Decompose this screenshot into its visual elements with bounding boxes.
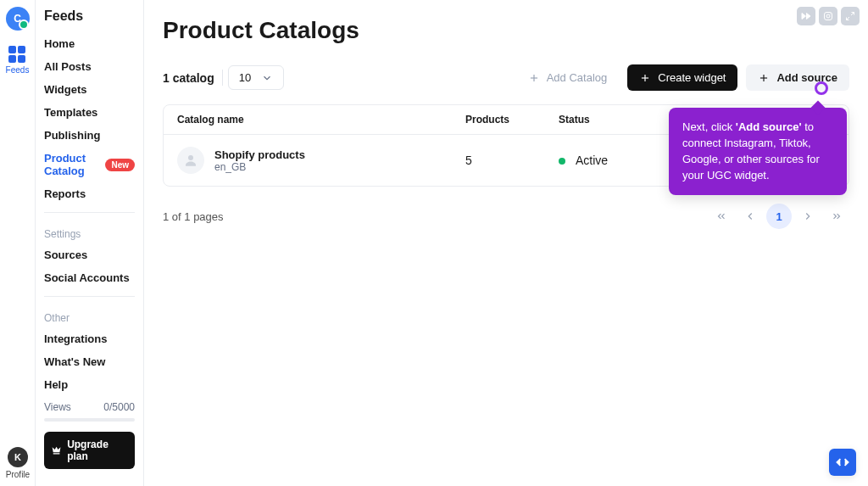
catalog-avatar xyxy=(177,147,204,174)
col-header-status: Status xyxy=(559,114,669,126)
page-size-value: 10 xyxy=(239,71,251,84)
sidebar-item-label: Templates xyxy=(44,106,97,119)
page-first-button[interactable] xyxy=(709,204,734,229)
sidebar-item-whats-new[interactable]: What's New xyxy=(36,350,143,373)
sidebar-item-all-posts[interactable]: All Posts xyxy=(36,55,143,78)
sidebar-item-help[interactable]: Help xyxy=(36,373,143,396)
toolbar: 1 catalog 10 Add Catalog Create widget xyxy=(163,64,849,91)
status-dot-icon xyxy=(559,158,565,165)
status-text: Active xyxy=(576,154,608,167)
add-catalog-button[interactable]: Add Catalog xyxy=(516,64,620,91)
sidebar-item-product-catalog[interactable]: Product Catalog New xyxy=(36,147,143,182)
svg-rect-9 xyxy=(825,13,832,20)
sidebar-item-label: Widgets xyxy=(44,83,86,96)
page-title: Product Catalogs xyxy=(163,17,849,44)
chevron-left-icon xyxy=(744,210,756,222)
views-label: Views xyxy=(44,401,71,413)
svg-point-10 xyxy=(826,14,830,18)
sidebar-item-label: Home xyxy=(44,37,75,50)
plus-icon xyxy=(528,72,540,84)
main-content: Product Catalogs 1 catalog 10 Add Catalo… xyxy=(144,0,868,486)
tooltip-text: Next, click xyxy=(682,120,736,133)
upgrade-plan-button[interactable]: Upgrade plan xyxy=(44,432,135,469)
rail-feeds[interactable]: Feeds xyxy=(6,46,30,75)
plus-icon xyxy=(758,72,770,84)
sidebar-title: Feeds xyxy=(36,8,143,32)
chevron-right-icon xyxy=(802,210,814,222)
rail-feeds-label: Feeds xyxy=(6,65,30,75)
catalog-products: 5 xyxy=(465,154,559,167)
group-settings-label: Settings xyxy=(36,220,143,243)
add-source-button[interactable]: Add source xyxy=(746,64,849,91)
sidebar-item-publishing[interactable]: Publishing xyxy=(36,124,143,147)
create-widget-button[interactable]: Create widget xyxy=(627,64,737,91)
sidebar-item-integrations[interactable]: Integrations xyxy=(36,327,143,350)
code-icon xyxy=(836,455,849,469)
catalog-count: 1 catalog xyxy=(163,71,214,85)
expand-icon xyxy=(845,11,855,21)
tooltip-ring-icon xyxy=(815,81,828,95)
page-size-select[interactable]: 10 xyxy=(228,65,284,90)
page-prev-button[interactable] xyxy=(737,204,763,229)
sidebar-item-label: Integrations xyxy=(44,332,107,345)
plus-icon xyxy=(639,72,651,84)
expand-icon-button[interactable] xyxy=(841,7,860,25)
add-source-label: Add source xyxy=(776,71,837,84)
sidebar-item-label: Help xyxy=(44,378,68,391)
sidebar-item-templates[interactable]: Templates xyxy=(36,101,143,124)
svg-marker-8 xyxy=(802,14,806,20)
pagination: 1 xyxy=(709,204,849,229)
instagram-icon-button[interactable] xyxy=(819,7,837,25)
chevron-down-icon xyxy=(261,72,273,84)
catalog-status: Active xyxy=(559,154,669,167)
pagination-row: 1 of 1 pages 1 xyxy=(163,204,849,229)
views-progress-bar xyxy=(44,418,135,422)
add-catalog-label: Add Catalog xyxy=(547,71,608,84)
top-toolbar-icons xyxy=(797,7,860,25)
views-row: Views 0/5000 xyxy=(44,401,135,413)
sidebar-item-social-accounts[interactable]: Social Accounts xyxy=(36,266,143,289)
catalog-locale: en_GB xyxy=(214,161,305,173)
speed-icon-button[interactable] xyxy=(797,7,815,25)
grid-icon xyxy=(8,46,25,63)
sidebar-item-label: Sources xyxy=(44,249,87,261)
sidebar-item-sources[interactable]: Sources xyxy=(36,243,143,266)
tooltip-bold: 'Add source' xyxy=(736,120,802,133)
sidebar-item-label: Social Accounts xyxy=(44,271,130,284)
page-info: 1 of 1 pages xyxy=(163,210,224,223)
upgrade-label: Upgrade plan xyxy=(67,439,128,462)
instagram-icon xyxy=(823,11,833,21)
page-next-button[interactable] xyxy=(795,204,821,229)
profile-avatar: K xyxy=(8,447,28,467)
app-logo[interactable]: C xyxy=(6,7,30,31)
sidebar-item-home[interactable]: Home xyxy=(36,32,143,55)
page-last-button[interactable] xyxy=(824,204,849,229)
new-badge: New xyxy=(105,159,135,171)
catalog-name: Shopify products xyxy=(214,148,305,161)
sidebar-item-label: Reports xyxy=(44,187,86,200)
svg-point-11 xyxy=(830,14,831,14)
svg-point-6 xyxy=(188,155,193,160)
views-value: 0/5000 xyxy=(103,401,135,413)
sidebar-item-label: All Posts xyxy=(44,60,92,73)
create-widget-label: Create widget xyxy=(658,71,726,84)
sidebar-item-reports[interactable]: Reports xyxy=(36,182,143,205)
profile-label: Profile xyxy=(6,470,30,479)
svg-line-12 xyxy=(851,13,854,16)
sidebar-item-label: What's New xyxy=(44,355,105,368)
crown-icon xyxy=(51,444,62,456)
svg-line-13 xyxy=(847,17,850,20)
profile-block[interactable]: K Profile xyxy=(0,447,36,479)
svg-marker-7 xyxy=(807,14,811,20)
fast-forward-icon xyxy=(801,11,811,21)
help-widget-button[interactable] xyxy=(829,449,856,476)
sidebar-item-label: Product Catalog xyxy=(44,152,100,177)
group-other-label: Other xyxy=(36,304,143,327)
divider xyxy=(44,296,135,297)
col-header-products: Products xyxy=(465,114,559,126)
sidebar-item-widgets[interactable]: Widgets xyxy=(36,78,143,101)
sidebar: Feeds Home All Posts Widgets Templates P… xyxy=(36,0,144,486)
icon-rail: C Feeds K Profile xyxy=(0,0,36,486)
chevrons-left-icon xyxy=(715,210,727,222)
page-number-button[interactable]: 1 xyxy=(766,204,792,229)
